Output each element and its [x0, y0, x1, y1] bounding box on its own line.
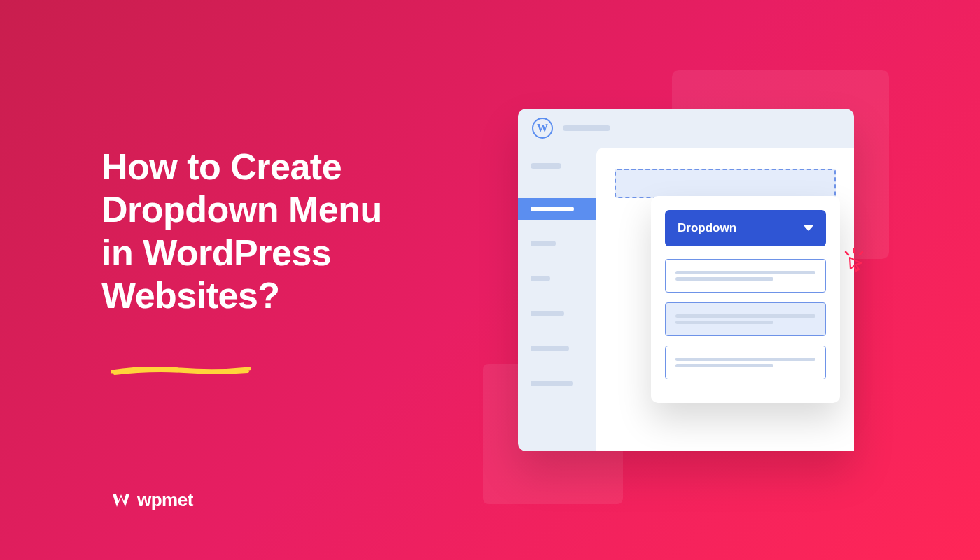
- wpmet-logo-icon: [111, 490, 132, 511]
- sidebar-item: [531, 381, 573, 386]
- dropzone-dashed: [615, 169, 836, 198]
- brand-logo: wpmet: [111, 489, 193, 511]
- sidebar-item: [531, 241, 556, 246]
- sidebar-item: [531, 163, 561, 169]
- sidebar-item: [531, 311, 564, 316]
- dropdown-option[interactable]: [665, 259, 826, 293]
- sidebar-item: [531, 276, 550, 281]
- wordpress-icon: W: [532, 118, 553, 139]
- cursor-click-icon: [841, 248, 867, 273]
- headline-line-2: Dropdown Menu: [102, 189, 382, 230]
- svg-text:W: W: [537, 122, 548, 134]
- admin-sidebar: [518, 148, 596, 451]
- dropdown-label: Dropdown: [678, 221, 736, 235]
- sidebar-item-active: [518, 198, 596, 220]
- placeholder-line: [676, 321, 774, 324]
- headline-line-4: Websites?: [102, 275, 280, 316]
- window-topbar: W: [518, 108, 854, 148]
- brand-name: wpmet: [137, 489, 193, 511]
- svg-line-2: [846, 252, 848, 255]
- chevron-down-icon: [804, 225, 813, 231]
- headline-line-3: in WordPress: [102, 232, 331, 273]
- placeholder-line: [676, 358, 816, 361]
- dropdown-panel: Dropdown: [651, 196, 840, 403]
- placeholder-line: [676, 277, 774, 281]
- placeholder-line: [676, 271, 816, 274]
- placeholder-line: [676, 364, 774, 368]
- titlebar-placeholder-line: [563, 125, 610, 131]
- page-headline: How to Create Dropdown Menu in WordPress…: [102, 146, 382, 317]
- dropdown-option[interactable]: [665, 346, 826, 379]
- svg-line-3: [860, 252, 862, 255]
- dropdown-toggle-button[interactable]: Dropdown: [665, 210, 826, 246]
- headline-underline-icon: [111, 365, 251, 375]
- dropdown-option-hover[interactable]: [665, 302, 826, 336]
- headline-line-1: How to Create: [102, 146, 342, 187]
- placeholder-line: [676, 314, 816, 318]
- sidebar-item: [531, 346, 569, 351]
